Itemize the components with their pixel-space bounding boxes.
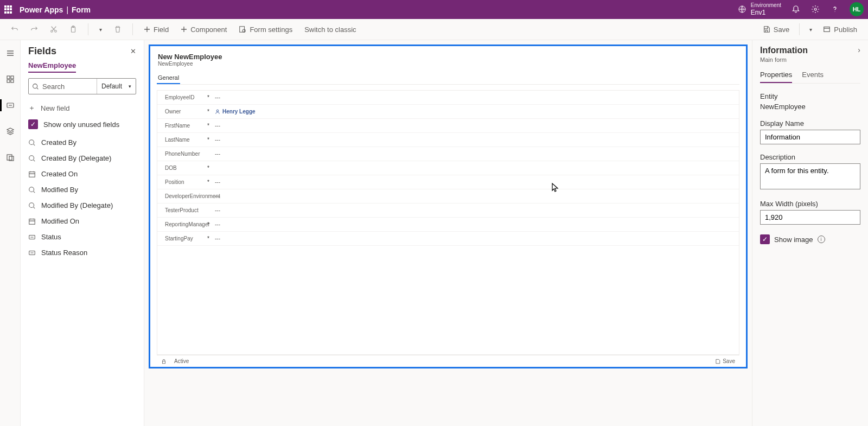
lookup-icon [28, 202, 36, 209]
form-field-row[interactable]: ReportingManager*--- [157, 218, 739, 232]
field-list-item[interactable]: Status Reason [21, 245, 144, 260]
notifications-icon[interactable] [791, 4, 801, 14]
svg-point-3 [55, 30, 57, 33]
form-field-row[interactable]: Position*--- [157, 175, 739, 189]
form-field-row[interactable]: FirstName*--- [157, 119, 739, 133]
svg-point-7 [242, 29, 245, 32]
rail-fields[interactable] [2, 98, 19, 113]
person-icon [215, 109, 220, 115]
option-icon [28, 249, 36, 257]
redo-button[interactable] [27, 23, 41, 35]
svg-point-18 [29, 155, 34, 160]
svg-point-1 [814, 8, 816, 10]
switch-classic-button[interactable]: Switch to classic [301, 23, 359, 36]
save-button[interactable]: Save [760, 23, 793, 36]
plus-icon: ＋ [28, 103, 35, 113]
svg-point-2 [51, 30, 53, 33]
add-field-button[interactable]: Field [141, 23, 172, 36]
lookup-icon [28, 155, 36, 162]
avatar[interactable]: HL [850, 2, 864, 16]
fields-filter-dropdown[interactable]: Default ▾ [97, 79, 136, 94]
svg-rect-22 [29, 219, 35, 224]
form-field-row[interactable]: PhoneNumber--- [157, 147, 739, 161]
svg-rect-19 [29, 171, 35, 177]
form-field-row[interactable]: DeveloperEnvironment--- [157, 189, 739, 204]
svg-rect-10 [11, 76, 14, 79]
form-footer: Active Save [157, 355, 739, 367]
cut-button[interactable] [47, 23, 61, 35]
svg-point-25 [216, 110, 219, 112]
search-icon [32, 83, 39, 90]
form-field-row[interactable]: DOB* [157, 161, 739, 175]
info-icon: i [818, 236, 825, 243]
props-subtitle: Main form [760, 56, 808, 63]
app-launcher[interactable] [4, 5, 13, 14]
svg-rect-8 [824, 27, 830, 32]
environment-picker[interactable]: Environment Env1 [738, 2, 781, 16]
paste-button[interactable] [66, 23, 80, 35]
field-list-item[interactable]: Created On [21, 166, 144, 182]
lookup-icon [28, 139, 36, 147]
svg-point-20 [29, 187, 34, 192]
tab-events[interactable]: Events [802, 71, 824, 83]
footer-save[interactable]: Save [723, 358, 735, 364]
entity-value: NewEmployee [760, 103, 860, 111]
fields-search-input[interactable]: Search [29, 79, 97, 94]
suite-header: Power Apps|Form Environment Env1 HL [0, 0, 868, 19]
field-list-item[interactable]: Modified By (Delegate) [21, 198, 144, 213]
svg-point-16 [33, 84, 37, 88]
svg-point-21 [29, 202, 34, 207]
fields-panel: Fields ✕ NewEmployee Search Default ▾ ＋ … [21, 40, 144, 426]
rail-tree-view[interactable] [2, 72, 19, 87]
form-field-row[interactable]: EmployeeID*--- [157, 91, 739, 105]
show-image-checkbox[interactable]: ✓ Show image i [760, 234, 860, 244]
footer-lock-icon [161, 359, 167, 364]
delete-button[interactable] [111, 23, 125, 35]
globe-icon [738, 5, 746, 14]
field-list-item[interactable]: Modified By [21, 182, 144, 198]
rail-data[interactable] [2, 150, 19, 165]
form-field-row[interactable]: TesterProduct--- [157, 204, 739, 218]
field-list-item[interactable]: Modified On [21, 213, 144, 229]
fields-panel-close[interactable]: ✕ [130, 47, 136, 55]
field-list-item[interactable]: Created By (Delegate) [21, 150, 144, 166]
publish-button[interactable]: Publish [820, 23, 860, 36]
form-tab-general[interactable]: General [157, 72, 180, 84]
add-component-button[interactable]: Component [177, 23, 230, 36]
form-title: New NewEmployee [158, 53, 738, 61]
fields-panel-title: Fields [28, 46, 56, 57]
tab-properties[interactable]: Properties [760, 71, 792, 83]
svg-rect-9 [7, 76, 10, 79]
field-list-item[interactable]: Created By [21, 135, 144, 150]
checkmark-icon: ✓ [760, 234, 770, 244]
field-list-item[interactable]: Status [21, 229, 144, 245]
lookup-icon [28, 186, 36, 194]
save-more-button[interactable]: ▾ [806, 24, 815, 35]
form-frame[interactable]: New NewEmployee NewEmployee General Empl… [149, 44, 748, 368]
option-icon [28, 233, 36, 241]
form-field-row[interactable]: LastName*--- [157, 133, 739, 147]
new-field-button[interactable]: ＋ New field [21, 100, 144, 116]
settings-icon[interactable] [810, 4, 820, 14]
props-collapse[interactable]: › [858, 46, 860, 54]
form-settings-button[interactable]: Form settings [235, 23, 296, 36]
description-input[interactable] [760, 163, 860, 189]
datetime-icon [28, 170, 36, 178]
show-unused-checkbox[interactable]: ✓ Show only unused fields [21, 116, 144, 132]
form-canvas: New NewEmployee NewEmployee General Empl… [144, 40, 752, 426]
form-field-row[interactable]: Owner*Henry Legge [157, 105, 739, 119]
paste-more-button[interactable]: ▾ [96, 24, 105, 35]
help-icon[interactable] [830, 4, 840, 14]
display-name-input[interactable] [760, 130, 860, 144]
max-width-input[interactable] [760, 210, 860, 225]
datetime-icon [28, 218, 36, 225]
save-icon [715, 359, 720, 364]
properties-panel: Information Main form › Properties Event… [752, 40, 868, 426]
undo-button[interactable] [8, 23, 22, 35]
fields-entity-tab[interactable]: NewEmployee [28, 61, 76, 73]
checkmark-icon: ✓ [28, 119, 38, 129]
rail-hamburger[interactable] [2, 46, 19, 61]
rail-components[interactable] [2, 124, 19, 139]
form-subtitle: NewEmployee [158, 61, 738, 67]
form-field-row[interactable]: StartingPay*--- [157, 232, 739, 246]
